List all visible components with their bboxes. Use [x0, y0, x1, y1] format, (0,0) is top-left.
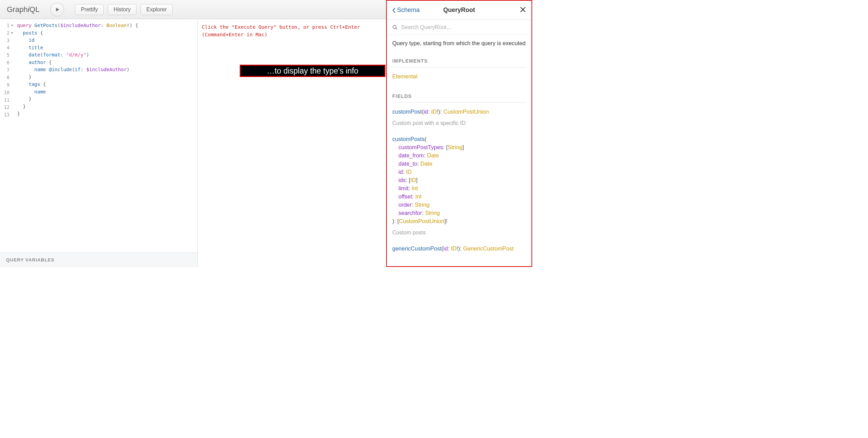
editor-gutter: 1▼ 2▼ 3 4 5 6 7 8 9 10 11 12 13 — [0, 22, 16, 253]
doc-field-customPost: customPost(id: ID!): CustomPostUnion — [392, 107, 526, 116]
annotation-overlay: …to display the type's info — [240, 65, 385, 77]
doc-arg-type[interactable]: ID — [431, 108, 437, 115]
doc-arg-name: id — [424, 108, 428, 115]
doc-search-input[interactable] — [401, 24, 526, 30]
logo-ql: QL — [29, 5, 39, 14]
doc-implements-header: IMPLEMENTS — [392, 57, 526, 67]
doc-field-name[interactable]: genericCustomPost — [392, 245, 442, 252]
doc-explorer: Schema QueryRoot Query type, starting fr… — [386, 0, 532, 267]
doc-back-label: Schema — [397, 7, 420, 14]
doc-search — [387, 20, 531, 35]
search-icon — [392, 25, 398, 30]
close-icon — [520, 7, 526, 13]
play-icon — [55, 7, 60, 12]
doc-field-genericCustomPost: genericCustomPost(id: ID!): GenericCusto… — [392, 244, 526, 253]
doc-type-description: Query type, starting from which the quer… — [392, 39, 526, 47]
doc-field-desc: Custom posts — [392, 229, 526, 237]
doc-title: QueryRoot — [443, 7, 475, 14]
prettify-button[interactable]: Prettify — [75, 4, 104, 15]
explorer-button[interactable]: Explorer — [141, 4, 173, 15]
doc-close-button[interactable] — [520, 6, 526, 15]
editor-pane: 1▼ 2▼ 3 4 5 6 7 8 9 10 11 12 13 query Ge… — [0, 19, 198, 267]
doc-implements-type[interactable]: Elemental — [392, 73, 417, 79]
doc-field-name[interactable]: customPosts — [392, 136, 424, 142]
doc-fields-header: FIELDS — [392, 92, 526, 103]
svg-point-0 — [393, 25, 396, 28]
doc-field-customPosts: customPosts( customPostTypes: [String] d… — [392, 135, 526, 225]
history-button[interactable]: History — [108, 4, 136, 15]
editor-code[interactable]: query GetPosts($includeAuthor: Boolean!)… — [16, 22, 197, 253]
execute-button[interactable] — [50, 3, 64, 16]
query-variables-bar[interactable]: QUERY VARIABLES — [0, 253, 197, 267]
chevron-left-icon — [392, 8, 396, 13]
doc-field-desc: Custom post with a specific ID — [392, 119, 526, 127]
logo: GraphiQL — [7, 5, 39, 14]
doc-header: Schema QueryRoot — [387, 1, 531, 20]
doc-return-type[interactable]: CustomPostUnion — [443, 108, 489, 115]
logo-graph: Graph — [7, 5, 28, 14]
doc-field-name[interactable]: customPost — [392, 108, 422, 115]
doc-back-button[interactable]: Schema — [392, 7, 420, 14]
doc-body[interactable]: Query type, starting from which the quer… — [387, 35, 531, 266]
editor-content[interactable]: 1▼ 2▼ 3 4 5 6 7 8 9 10 11 12 13 query Ge… — [0, 19, 197, 253]
